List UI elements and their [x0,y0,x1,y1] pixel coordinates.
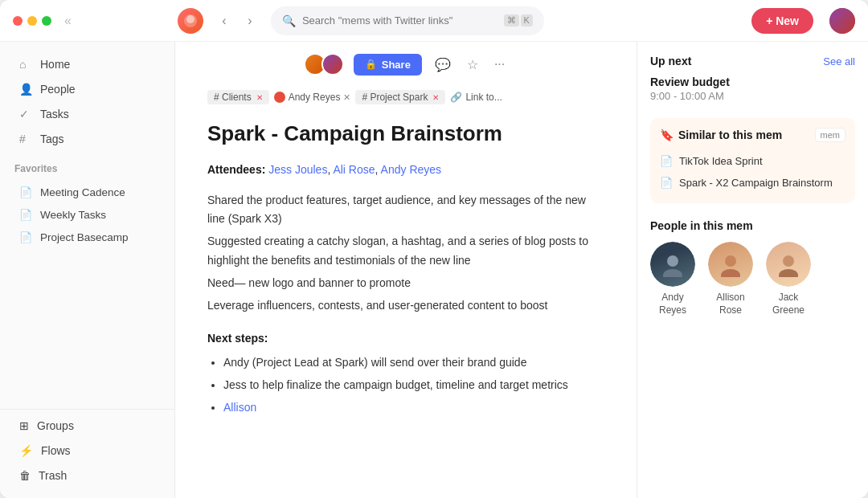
comment-button[interactable]: 💬 [432,54,454,76]
collaborator-avatar-2 [321,53,344,76]
doc-area: 🔒 Share 💬 ☆ ··· # Clients ✕ Andy Re [175,42,637,498]
breadcrumb-andy-reyes-close[interactable]: ✕ [343,92,350,103]
person-name-andy: Andy Reyes [659,292,686,316]
sidebar-item-flows[interactable]: ⚡ Flows [5,439,170,463]
content-area: 🔒 Share 💬 ☆ ··· # Clients ✕ Andy Re [175,42,868,498]
sidebar-item-groups[interactable]: ⊞ Groups [5,414,170,438]
tags-icon: # [19,133,32,145]
person-avatar-img-jack [766,242,811,287]
attendee-ali-rose[interactable]: Ali Rose [333,163,375,176]
right-panel: Up next See all Review budget 9:00 - 10:… [637,42,868,498]
svg-point-7 [779,269,798,277]
sidebar-item-weekly-tasks-label: Weekly Tasks [40,209,106,221]
link-icon: 🔗 [450,92,462,103]
up-next-event-time: 9:00 - 10:00 AM [650,90,855,102]
sidebar-item-tags-label: Tags [40,133,64,145]
sidebar-item-trash[interactable]: 🗑 Trash [5,463,170,488]
sidebar-item-people[interactable]: 👤 People [5,77,170,101]
up-next-see-all[interactable]: See all [823,55,855,67]
allison-link[interactable]: Allison [223,401,256,414]
search-bar[interactable]: 🔍 ⌘ K [271,6,544,35]
similar-section: 🔖 Similar to this mem mem 📄 TikTok Idea … [650,118,855,203]
person-name-allison: Allison Rose [716,292,744,316]
sidebar: ⌂ Home 👤 People ✓ Tasks # Tags Favorites [0,42,175,498]
new-button[interactable]: + New [751,8,813,34]
similar-title-text: Similar to this mem [678,129,782,141]
similar-item-tiktok[interactable]: 📄 TikTok Idea Sprint [660,150,845,172]
up-next-section: Up next See all Review budget 9:00 - 10:… [650,55,855,102]
breadcrumb: # Clients ✕ Andy Reyes ✕ # Project Spark… [207,84,604,111]
attendees-list: Jess Joules, Ali Rose, Andy Reyes [268,163,441,176]
breadcrumb-link-to-label: Link to... [465,92,502,103]
attendee-jess-joules[interactable]: Jess Joules [268,163,327,176]
sidebar-item-tasks-label: Tasks [40,108,69,120]
more-options-button[interactable]: ··· [491,54,508,75]
sidebar-nav: ⌂ Home 👤 People ✓ Tasks # Tags [0,48,174,155]
person-avatar-img-andy [650,242,695,287]
people-icon: 👤 [19,83,32,96]
search-keyboard-shortcut: ⌘ K [504,14,533,27]
person-card-andy[interactable]: Andy Reyes [650,242,695,316]
breadcrumb-clients-close[interactable]: ✕ [256,93,263,102]
search-input[interactable] [302,14,497,27]
similar-item-spark-x2-label: Spark - X2 Campaign Brainstorm [679,177,833,189]
up-next-header: Up next See all [650,55,855,67]
people-grid: Andy Reyes Allison [650,242,855,316]
person-avatar-img-allison [708,242,753,287]
forward-button[interactable]: › [239,10,261,32]
next-step-1: Andy (Project Lead at Spark) will send o… [223,353,604,373]
favorites-section-label: Favorites [0,155,174,178]
attendees-label: Attendees: [207,163,265,176]
up-next-event-title: Review budget [650,76,855,88]
share-button[interactable]: 🔒 Share [354,54,422,76]
person-card-allison[interactable]: Allison Rose [708,242,753,316]
person-card-jack[interactable]: Jack Greene [766,242,811,316]
collapse-sidebar-button[interactable]: « [64,14,72,28]
doc-body: Attendees: Jess Joules, Ali Rose, Andy R… [207,161,604,418]
person-avatar-andy [650,242,695,287]
breadcrumb-andy-reyes[interactable]: Andy Reyes ✕ [274,92,351,103]
breadcrumb-link-to[interactable]: 🔗 Link to... [450,92,502,103]
breadcrumb-clients-tag[interactable]: # Clients ✕ [207,90,269,104]
sidebar-item-project-basecamp[interactable]: 📄 Project Basecamp [5,227,170,248]
minimize-button[interactable] [27,16,37,26]
breadcrumb-project-spark-tag[interactable]: # Project Spark ✕ [355,90,445,104]
doc-collaborator-avatars [304,53,344,76]
sidebar-item-home[interactable]: ⌂ Home [5,52,170,76]
sidebar-item-meeting-cadence-label: Meeting Cadence [40,186,125,198]
body-paragraph-2: Suggested creating a catchy slogan, a ha… [207,232,604,271]
svg-point-5 [721,269,740,277]
sidebar-item-weekly-tasks[interactable]: 📄 Weekly Tasks [5,204,170,226]
close-button[interactable] [13,16,23,26]
back-button[interactable]: ‹ [213,10,235,32]
nav-arrows: ‹ › [213,10,261,32]
doc-title[interactable]: Spark - Campaign Brainstorm [207,111,604,161]
breadcrumb-project-spark-close[interactable]: ✕ [432,93,439,102]
body-paragraph-1: Shared the product features, target audi… [207,191,604,230]
similar-icon: 🔖 [660,129,674,141]
home-icon: ⌂ [19,58,32,71]
similar-badge: mem [815,128,845,142]
person-avatar-allison [708,242,753,287]
breadcrumb-clients-label: # Clients [214,92,252,103]
similar-item-spark-x2[interactable]: 📄 Spark - X2 Campaign Brainstorm [660,172,845,194]
sidebar-item-tasks[interactable]: ✓ Tasks [5,102,170,126]
person-name-jack: Jack Greene [772,292,805,316]
sidebar-item-meeting-cadence[interactable]: 📄 Meeting Cadence [5,182,170,203]
sidebar-item-groups-label: Groups [37,419,74,432]
attendee-andy-reyes[interactable]: Andy Reyes [381,163,441,176]
next-step-2: Jess to help finalize the campaign budge… [223,376,604,395]
next-step-3: Allison [223,398,604,418]
app-logo [178,8,203,34]
similar-doc-icon-1: 📄 [660,155,673,167]
trash-icon: 🗑 [19,469,31,482]
doc-attendees: Attendees: Jess Joules, Ali Rose, Andy R… [207,161,604,180]
person-avatar-jack [766,242,811,287]
sidebar-item-project-basecamp-label: Project Basecamp [40,231,129,243]
star-button[interactable]: ☆ [464,54,481,76]
maximize-button[interactable] [42,16,51,26]
user-avatar[interactable] [829,8,855,34]
sidebar-item-trash-label: Trash [39,469,67,482]
sidebar-item-tags[interactable]: # Tags [5,127,170,151]
user-avatar-image [829,8,855,34]
